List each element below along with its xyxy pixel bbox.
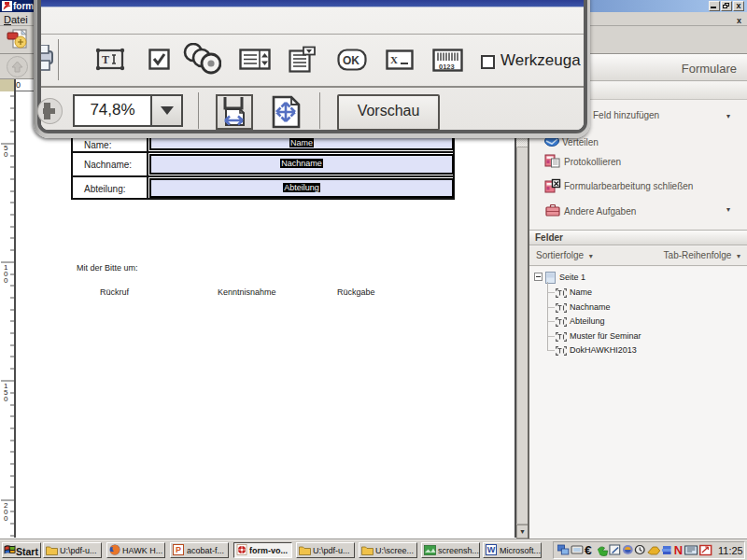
svg-text:OK: OK (343, 54, 359, 67)
svg-text:T: T (102, 53, 109, 66)
svg-text:€: € (585, 544, 592, 556)
svg-text:0123: 0123 (439, 63, 455, 71)
svg-text:X: X (390, 54, 398, 65)
svg-text:N: N (674, 544, 683, 556)
